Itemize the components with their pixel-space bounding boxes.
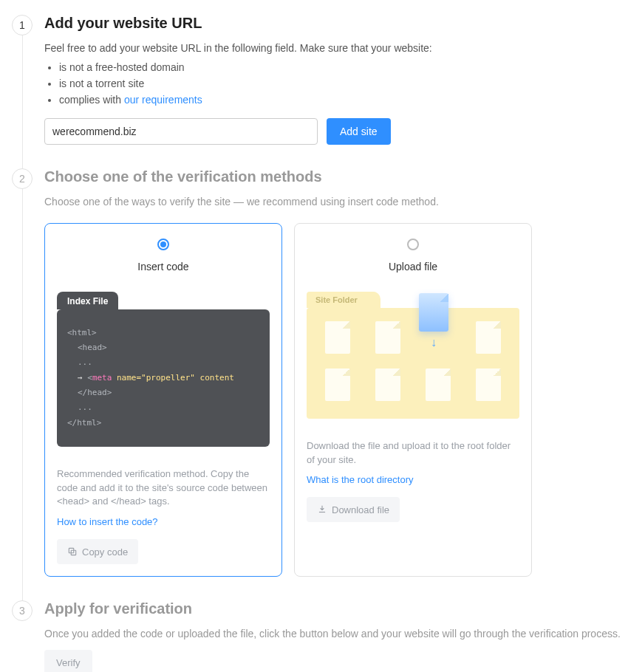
file-icon <box>476 368 501 401</box>
folder-tab-label: Site Folder <box>307 292 380 308</box>
file-icon <box>426 368 451 401</box>
bullet-text: complies with <box>59 94 124 106</box>
code-line: </head> <box>78 388 112 397</box>
step-2-body: Choose one of the verification methods C… <box>44 168 628 577</box>
step-1-intro: Feel free to add your website URL in the… <box>44 41 628 55</box>
card-upload-file[interactable]: Upload file Site Folder ↓ <box>294 223 532 577</box>
radio-wrap <box>57 239 270 250</box>
step-number-2: 2 <box>12 168 33 189</box>
bullet-item: is not a torrent site <box>59 76 628 92</box>
card-insert-title: Insert code <box>57 261 270 272</box>
step-3: 3 Apply for verification Once you added … <box>0 600 628 672</box>
url-input-row: Add site <box>44 118 628 145</box>
step-3-title: Apply for verification <box>44 600 628 617</box>
download-icon <box>317 504 327 515</box>
download-file-button[interactable]: Download file <box>307 497 400 522</box>
step-connector-line <box>22 35 23 168</box>
step-2-title: Choose one of the verification methods <box>44 168 628 185</box>
how-to-insert-link[interactable]: How to insert the code? <box>57 516 270 527</box>
step-1: 1 Add your website URL Feel free to add … <box>0 15 628 145</box>
code-line: ... <box>78 402 92 412</box>
card-insert-desc: Recommended verification method. Copy th… <box>57 467 270 510</box>
step-number-col: 3 <box>0 600 44 672</box>
svg-rect-2 <box>319 512 325 512</box>
bullet-item: complies with our requirements <box>59 92 628 109</box>
folder-body: ↓ <box>307 308 519 419</box>
download-arrow-icon: ↓ <box>431 336 437 349</box>
step-3-body: Apply for verification Once you added th… <box>44 600 628 672</box>
code-block: <html> <head> ... → <meta name="propelle… <box>57 309 270 447</box>
verification-cards-row: Insert code Index File <html> <head> ...… <box>44 223 628 577</box>
step-2-intro: Choose one of the ways to verify the sit… <box>44 194 628 209</box>
website-url-input[interactable] <box>44 118 318 145</box>
radio-insert-code[interactable] <box>157 239 169 250</box>
file-icon <box>375 368 400 401</box>
code-line: <html> <box>67 328 97 337</box>
code-line: <head> <box>78 343 107 352</box>
step-number-col: 2 <box>0 168 44 577</box>
step-3-intro: Once you added the code or uploaded the … <box>44 626 628 641</box>
step-number-col: 1 <box>0 15 44 145</box>
step-connector-line <box>22 189 23 600</box>
new-file-icon <box>419 293 448 332</box>
folder-illustration: Site Folder ↓ <box>307 292 519 429</box>
root-directory-link[interactable]: What is the root directory <box>307 474 519 485</box>
step-2: 2 Choose one of the verification methods… <box>0 168 628 577</box>
add-site-button[interactable]: Add site <box>327 118 391 145</box>
bullet-item: is not a free-hosted domain <box>59 60 628 76</box>
requirements-link[interactable]: our requirements <box>124 94 202 106</box>
file-icon <box>325 368 350 401</box>
copy-code-button[interactable]: Copy code <box>57 539 138 564</box>
radio-wrap <box>307 239 519 250</box>
card-insert-code[interactable]: Insert code Index File <html> <head> ...… <box>44 223 282 577</box>
code-token: < <box>87 373 92 383</box>
step-1-title: Add your website URL <box>44 15 628 32</box>
radio-upload-file[interactable] <box>407 239 419 250</box>
download-file-label: Download file <box>332 504 389 515</box>
copy-icon <box>67 546 78 557</box>
step-number-1: 1 <box>12 15 33 35</box>
file-icon <box>375 321 400 354</box>
copy-code-label: Copy code <box>82 546 128 558</box>
code-token-attr: name="propeller" content <box>112 373 234 383</box>
code-token-meta: meta <box>92 373 112 383</box>
code-line: </html> <box>67 418 101 428</box>
code-line: ... <box>78 357 92 367</box>
step-1-body: Add your website URL Feel free to add yo… <box>44 15 628 145</box>
code-illustration: Index File <html> <head> ... → <meta nam… <box>57 292 270 457</box>
verify-button[interactable]: Verify <box>44 650 92 672</box>
card-upload-desc: Download the file and upload it to the r… <box>307 439 519 467</box>
arrow-icon: → <box>78 373 83 383</box>
step-number-3: 3 <box>12 600 33 621</box>
card-upload-title: Upload file <box>307 261 519 272</box>
file-icon <box>476 321 501 354</box>
code-tab-label: Index File <box>57 292 118 309</box>
step-1-bullets: is not a free-hosted domain is not a tor… <box>44 60 628 108</box>
file-icon <box>325 321 350 354</box>
